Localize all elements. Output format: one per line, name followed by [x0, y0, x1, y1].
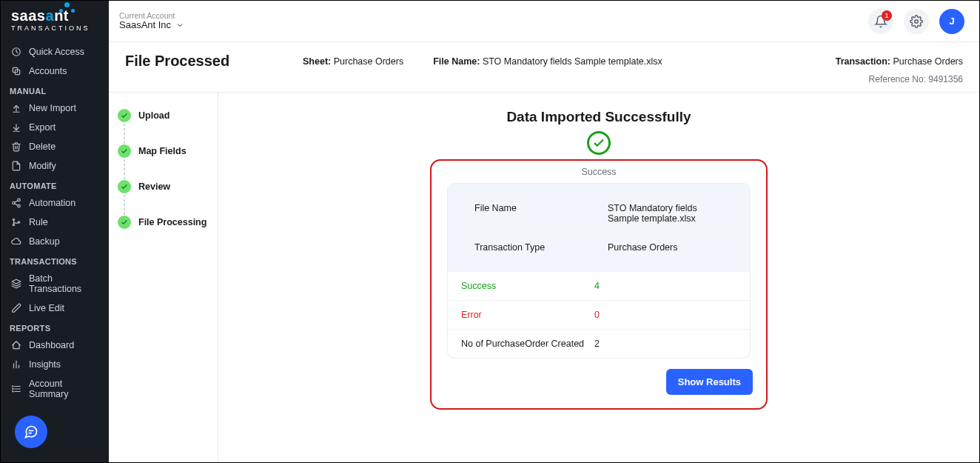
show-results-button[interactable]: Show Results [666, 369, 753, 395]
svg-point-19 [13, 388, 13, 389]
step-map-fields: Map Fields [118, 144, 218, 158]
clock-icon [11, 47, 21, 57]
step-label: File Processing [138, 217, 207, 227]
account-name: SaasAnt Inc [119, 20, 171, 30]
success-check-icon [587, 131, 611, 155]
nav-section-manual: MANUAL [1, 81, 109, 99]
home-icon [11, 340, 21, 350]
filename-meta: File Name: STO Mandatory fields Sample t… [433, 56, 662, 67]
step-check-icon [118, 144, 131, 158]
nav-item-label: Automation [29, 198, 75, 208]
notification-badge: 1 [882, 10, 892, 21]
main: Current Account SaasAnt Inc 1 J File Pro… [109, 1, 979, 462]
transaction-meta: Transaction: Purchase Orders [836, 56, 963, 67]
svg-point-20 [13, 391, 13, 392]
step-check-icon [118, 180, 131, 193]
nav-section-reports: REPORTS [1, 318, 109, 336]
import-steps: UploadMap FieldsReviewFile Processing [109, 93, 218, 462]
summary-filename-key: File Name [474, 203, 608, 224]
result-title: Data Imported Successfully [506, 109, 691, 125]
copy-icon [11, 66, 21, 76]
step-label: Upload [138, 110, 170, 121]
nav-item-batch-transactions[interactable]: Batch Transactions [1, 269, 109, 299]
layers-icon [11, 279, 21, 289]
summary-error-val: 0 [594, 310, 736, 320]
file-icon [11, 161, 21, 171]
nav-section-transactions: TRANSACTIONS [1, 251, 109, 269]
svg-marker-11 [12, 279, 21, 284]
summary-success-key: Success [461, 281, 594, 291]
summary-txn-key: Transaction Type [474, 242, 608, 253]
settings-button[interactable] [904, 9, 929, 34]
nav-item-label: Insights [29, 359, 61, 370]
step-file-processing: File Processing [118, 216, 218, 229]
nav-item-label: Rule [29, 217, 48, 227]
step-upload: Upload [118, 109, 218, 122]
download-icon [11, 122, 21, 133]
summary-filename-val: STO Mandatory fields Sample template.xls… [608, 203, 723, 224]
nav-item-insights[interactable]: Insights [1, 355, 109, 374]
summary-created-key: No of PurchaseOrder Created [461, 339, 594, 349]
nav-item-automation[interactable]: Automation [1, 193, 109, 213]
brand-logo: saasant TRANSACTIONS [1, 1, 109, 42]
nav-item-label: Delete [29, 141, 56, 152]
account-switcher[interactable]: Current Account SaasAnt Inc [119, 12, 184, 31]
nav-item-label: Export [29, 122, 56, 133]
brand-subtitle: TRANSACTIONS [11, 24, 103, 32]
page-title: File Processed [125, 53, 273, 70]
nav-item-live-edit[interactable]: Live Edit [1, 299, 109, 318]
svg-line-6 [15, 204, 18, 205]
nav-item-quick-access[interactable]: Quick Access [1, 42, 109, 61]
nav-item-modify[interactable]: Modify [1, 156, 109, 176]
summary-txn-val: Purchase Orders [608, 242, 723, 253]
chevron-down-icon [175, 21, 184, 30]
result-highlight-box: Success File NameSTO Mandatory fields Sa… [430, 159, 768, 410]
nav-item-label: Dashboard [29, 340, 74, 350]
nav-item-label: Batch Transactions [29, 273, 98, 294]
nav-item-label: Backup [29, 236, 60, 247]
step-label: Review [138, 181, 170, 192]
edit-icon [11, 303, 21, 313]
nav-item-label: Modify [29, 161, 56, 171]
step-review: Review [118, 180, 218, 193]
nav-item-export[interactable]: Export [1, 118, 109, 137]
bars-icon [11, 359, 21, 370]
svg-point-18 [13, 386, 13, 387]
share-icon [11, 198, 21, 208]
nav-item-label: New Import [29, 103, 76, 113]
svg-line-7 [15, 201, 18, 202]
summary-success-val: 4 [594, 281, 736, 291]
nav-item-accounts[interactable]: Accounts [1, 61, 109, 81]
nav-item-backup[interactable]: Backup [1, 232, 109, 251]
chat-fab[interactable] [15, 416, 47, 448]
step-check-icon [118, 109, 131, 122]
nav-item-delete[interactable]: Delete [1, 137, 109, 156]
notifications-button[interactable]: 1 [868, 9, 893, 34]
summary-error-key: Error [461, 310, 594, 320]
user-avatar[interactable]: J [939, 9, 964, 34]
cloud-icon [11, 236, 21, 247]
nav-section-automate: AUTOMATE [1, 176, 109, 193]
step-check-icon [118, 216, 131, 229]
nav-item-label: Accounts [29, 66, 67, 76]
trash-icon [11, 141, 21, 152]
reference-number: Reference No: 9491356 [109, 73, 979, 92]
sidebar: saasant TRANSACTIONS Quick AccessAccount… [1, 1, 109, 462]
nav-item-label: Quick Access [29, 47, 84, 57]
summary-created-val: 2 [594, 339, 736, 349]
status-label: Success [581, 167, 616, 177]
summary-card: File NameSTO Mandatory fields Sample tem… [447, 183, 751, 359]
nav-item-account-summary[interactable]: Account Summary [1, 374, 109, 404]
nav-item-label: Account Summary [29, 379, 98, 399]
result-panel: Data Imported Successfully Success File … [218, 93, 979, 462]
step-label: Map Fields [138, 146, 187, 156]
topbar: Current Account SaasAnt Inc 1 J [109, 1, 979, 42]
page-header: File Processed Sheet: Purchase Orders Fi… [109, 42, 979, 73]
gear-icon [910, 15, 923, 28]
nav-item-new-import[interactable]: New Import [1, 99, 109, 118]
upload-icon [11, 103, 21, 113]
nav-item-dashboard[interactable]: Dashboard [1, 336, 109, 355]
nav-item-label: Live Edit [29, 303, 64, 313]
branch-icon [11, 217, 21, 227]
nav-item-rule[interactable]: Rule [1, 213, 109, 232]
